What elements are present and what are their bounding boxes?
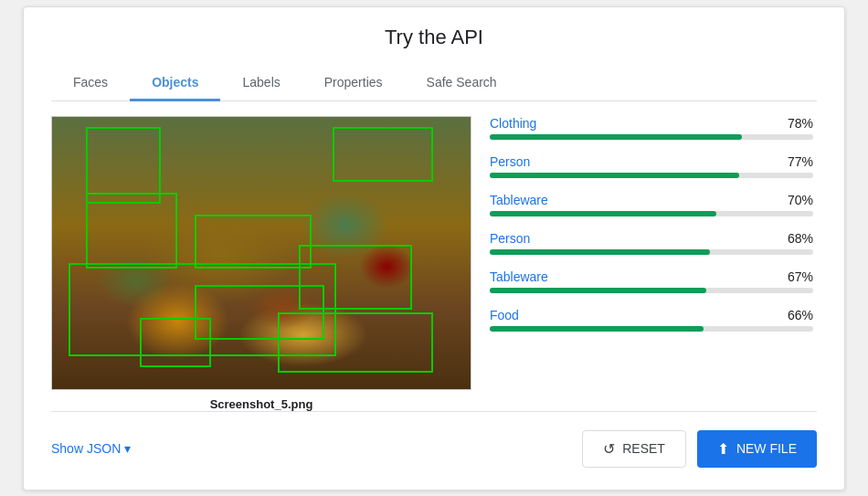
result-header: Tableware 70% (490, 193, 813, 207)
chevron-down-icon: ▾ (124, 441, 131, 456)
progress-bar-bg (490, 288, 813, 293)
show-json-button[interactable]: Show JSON ▾ (51, 441, 131, 456)
footer-buttons: ↺ RESET ⬆ NEW FILE (582, 430, 817, 468)
result-header: Clothing 78% (490, 116, 813, 131)
results-scroll[interactable]: Clothing 78% Person 77% Tableware 70% (490, 116, 817, 399)
tab-safe-search[interactable]: Safe Search (405, 66, 519, 101)
reset-icon: ↺ (603, 440, 615, 458)
result-label: Tableware (490, 193, 548, 207)
progress-bar-bg (490, 249, 813, 255)
content-area: Screenshot_5.png Clothing 78% Person 77% (51, 116, 817, 411)
result-header: Tableware 67% (490, 269, 813, 284)
result-header: Person 77% (490, 154, 813, 169)
result-item: Person 68% (490, 231, 813, 255)
results-section: Clothing 78% Person 77% Tableware 70% (490, 116, 817, 411)
new-file-label: NEW FILE (736, 441, 797, 456)
result-pct: 67% (788, 269, 813, 284)
show-json-label: Show JSON (51, 441, 121, 456)
result-pct: 78% (788, 116, 813, 131)
bbox-4 (195, 215, 312, 269)
progress-bar-bg (490, 211, 813, 216)
bbox-3 (86, 193, 178, 269)
image-caption: Screenshot_5.png (210, 397, 313, 411)
result-header: Food 66% (490, 308, 813, 322)
result-item: Tableware 70% (490, 193, 813, 216)
progress-bar-fill (490, 134, 742, 140)
progress-bar-fill (490, 326, 704, 332)
result-header: Person 68% (490, 231, 813, 246)
footer-divider (51, 411, 817, 412)
result-label: Food (490, 308, 519, 322)
result-label: Person (490, 154, 530, 169)
bbox-8 (278, 312, 432, 373)
reset-button[interactable]: ↺ RESET (582, 430, 686, 468)
tab-bar: Faces Objects Labels Properties Safe Sea… (51, 66, 817, 101)
tab-properties[interactable]: Properties (302, 66, 405, 101)
image-section: Screenshot_5.png (51, 116, 471, 411)
progress-bar-fill (490, 288, 706, 293)
result-item: Person 77% (490, 154, 813, 178)
result-label: Clothing (490, 116, 536, 131)
new-file-button[interactable]: ⬆ NEW FILE (697, 430, 817, 468)
progress-bar-fill (490, 173, 739, 178)
tab-objects[interactable]: Objects (130, 66, 220, 101)
result-pct: 77% (788, 154, 813, 169)
image-container (51, 116, 471, 390)
progress-bar-bg (490, 326, 813, 332)
result-item: Clothing 78% (490, 116, 813, 140)
bbox-9 (140, 318, 211, 367)
page-title: Try the API (51, 26, 817, 49)
result-pct: 70% (788, 193, 813, 207)
reset-label: RESET (622, 441, 665, 456)
tab-labels[interactable]: Labels (220, 66, 302, 101)
result-item: Tableware 67% (490, 269, 813, 293)
progress-bar-bg (490, 173, 813, 178)
result-label: Person (490, 231, 530, 246)
result-pct: 68% (788, 231, 813, 246)
result-label: Tableware (490, 269, 548, 284)
bbox-2 (333, 127, 433, 182)
result-pct: 66% (788, 308, 813, 322)
progress-bar-bg (490, 134, 813, 140)
upload-icon: ⬆ (717, 440, 729, 458)
footer: Show JSON ▾ ↺ RESET ⬆ NEW FILE (51, 430, 817, 468)
progress-bar-fill (490, 249, 710, 255)
result-item: Food 66% (490, 308, 813, 332)
main-card: Try the API Faces Objects Labels Propert… (23, 6, 845, 491)
tab-faces[interactable]: Faces (51, 66, 130, 101)
progress-bar-fill (490, 211, 716, 216)
